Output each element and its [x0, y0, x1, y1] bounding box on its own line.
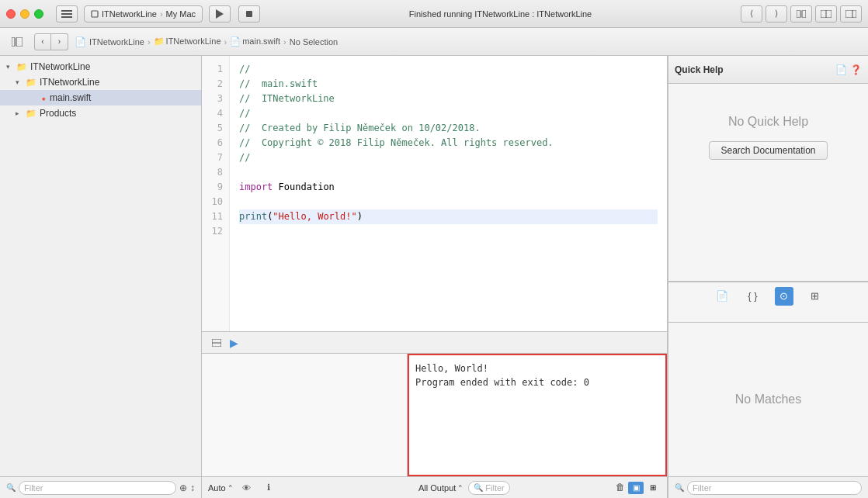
quick-help-header: Quick Help 📄 ❓: [668, 56, 868, 84]
stop-button[interactable]: [238, 5, 260, 22]
quick-help-panel: Quick Help 📄 ❓ No Quick Help Search Docu…: [668, 56, 868, 498]
code-line-8: [239, 165, 658, 180]
output-footer-right: All Output ⌃ 🔍 Filter 🗑 ▣ ⊞: [418, 481, 661, 495]
quick-help-tab-icons: 📄 { } ⊙ ⊞: [668, 282, 868, 310]
code-line-11: print("Hello, World!"): [239, 209, 658, 224]
split-pane-btn[interactable]: ⊞: [645, 482, 661, 494]
qh-tab-circle[interactable]: ⊙: [775, 287, 793, 306]
quick-help-footer: 🔍 Filter: [668, 476, 868, 498]
breadcrumb-selection[interactable]: No Selection: [290, 37, 338, 47]
sidebar-item-group[interactable]: ▾ 📁 ITNetworkLine: [0, 74, 201, 90]
svg-rect-12: [12, 37, 15, 47]
console-filter-input[interactable]: 🔍 Filter: [468, 481, 509, 495]
output-toolbar: ▶: [202, 332, 667, 354]
svg-rect-0: [61, 10, 72, 12]
sidebar-tree: ▾ 📁 ITNetworkLine ▾ 📁 ITNetworkLine ▸ ⬥ …: [0, 56, 201, 476]
sidebar-toggle-buttons: [56, 5, 78, 22]
breadcrumb-folder[interactable]: 📁ITNetworkLine: [154, 36, 221, 47]
debug-arrow: ▶: [230, 337, 238, 349]
filter-placeholder: Filter: [693, 483, 711, 493]
no-matches-text: No Matches: [735, 393, 801, 406]
single-pane-btn[interactable]: ▣: [628, 482, 644, 494]
run-button[interactable]: [209, 5, 231, 22]
sidebar-item-products[interactable]: ▸ 📁 Products: [0, 105, 201, 121]
all-output-label: All Output ⌃: [418, 483, 464, 493]
qh-tab-grid[interactable]: ⊞: [806, 287, 825, 306]
breadcrumb-sep-3: ›: [283, 37, 286, 47]
navigator-btn[interactable]: [6, 33, 28, 50]
sidebar-filter-input[interactable]: Filter: [19, 481, 176, 495]
no-quick-help-text: No Quick Help: [728, 115, 808, 129]
all-output-text: All Output: [418, 483, 456, 493]
scheme-name: ITNetworkLine: [102, 9, 157, 19]
code-editor[interactable]: 123456789101112 // // main.swift // ITNe…: [202, 56, 667, 331]
output-left-panel: [202, 354, 408, 476]
title-bar-right-controls: ⟨ ⟩: [741, 5, 862, 22]
output-footer-left: Auto ⌃ 👁 ℹ: [208, 481, 414, 495]
expand-btn[interactable]: [208, 336, 225, 350]
svg-rect-2: [61, 16, 72, 18]
svg-rect-7: [802, 10, 806, 18]
back-btn[interactable]: ‹: [34, 33, 51, 50]
nav-forward-btn[interactable]: ⟩: [766, 5, 787, 22]
editor-layout-btn[interactable]: [790, 5, 812, 22]
minimize-button[interactable]: [20, 9, 30, 19]
code-line-6: // Copyright © 2018 Filip Němeček. All r…: [239, 136, 658, 150]
traffic-lights: [6, 9, 43, 19]
breadcrumb-project[interactable]: ITNetworkLine: [89, 37, 144, 47]
code-line-2: // main.swift: [239, 77, 658, 92]
assistant-btn[interactable]: [815, 5, 837, 22]
code-line-4: //: [239, 106, 658, 121]
close-button[interactable]: [6, 9, 16, 19]
info-btn[interactable]: ℹ: [260, 481, 277, 495]
sidebar-toggle-btn[interactable]: [56, 5, 78, 22]
breadcrumb-sep-1: ›: [148, 37, 151, 47]
output-area: ▶ Hello, World!Program ended with exit c…: [202, 331, 667, 498]
destination-name: My Mac: [166, 9, 196, 19]
sidebar: ▾ 📁 ITNetworkLine ▾ 📁 ITNetworkLine ▸ ⬥ …: [0, 56, 202, 498]
sidebar-footer: 🔍 Filter ⊕ ↕: [0, 476, 201, 498]
svg-rect-5: [246, 11, 252, 17]
qh-tab-file[interactable]: 📄: [713, 287, 731, 306]
sidebar-item-root[interactable]: ▾ 📁 ITNetworkLine: [0, 59, 201, 74]
folder-icon: 📁: [16, 62, 27, 72]
arrow-icon: ▾: [6, 63, 14, 71]
title-bar: ITNetworkLine › My Mac Finished running …: [0, 0, 868, 28]
sidebar-footer-icons: ⊕ ↕: [179, 482, 195, 493]
maximize-button[interactable]: [34, 9, 43, 19]
sort-icon[interactable]: ↕: [190, 482, 195, 493]
quick-help-question-icon[interactable]: ❓: [850, 64, 862, 75]
quick-help-doc-icon[interactable]: 📄: [835, 64, 847, 75]
sidebar-item-label: ITNetworkLine: [40, 77, 99, 88]
nav-buttons: ‹ ›: [34, 33, 68, 50]
breadcrumb-file[interactable]: 📄main.swift: [230, 36, 280, 47]
eye-btn[interactable]: 👁: [238, 481, 255, 495]
output-right-panel: Hello, World!Program ended with exit cod…: [408, 354, 667, 476]
scheme-sep: ›: [160, 9, 163, 19]
svg-marker-4: [216, 9, 224, 19]
output-split: Hello, World!Program ended with exit cod…: [202, 354, 667, 476]
breadcrumb: ITNetworkLine › 📁ITNetworkLine › 📄main.s…: [89, 36, 862, 47]
code-line-5: // Created by Filip Němeček on 10/02/201…: [239, 121, 658, 136]
sidebar-item-label: Products: [40, 108, 76, 119]
code-content[interactable]: // // main.swift // ITNetworkLine // // …: [230, 56, 667, 331]
search-documentation-button[interactable]: Search Documentation: [709, 141, 827, 160]
quick-help-body: No Quick Help Search Documentation: [668, 84, 868, 268]
clear-btn[interactable]: 🗑: [616, 482, 625, 494]
output-footer: Auto ⌃ 👁 ℹ All Output ⌃ 🔍 Filter: [202, 476, 667, 498]
code-line-3: // ITNetworkLine: [239, 92, 658, 106]
group-icon: 📁: [26, 78, 36, 88]
code-line-9: import Foundation: [239, 180, 658, 195]
filter-placeholder: Filter: [24, 483, 43, 493]
forward-btn[interactable]: ›: [51, 33, 68, 50]
sidebar-item-main-swift[interactable]: ▸ ⬥ main.swift: [0, 90, 201, 105]
split-view-icons: ▣ ⊞: [628, 482, 661, 494]
nav-back-btn[interactable]: ⟨: [741, 5, 762, 22]
swift-file-icon: ⬥: [41, 93, 47, 102]
main-layout: ▾ 📁 ITNetworkLine ▾ 📁 ITNetworkLine ▸ ⬥ …: [0, 56, 868, 498]
version-editor-btn[interactable]: [840, 5, 862, 22]
add-icon[interactable]: ⊕: [179, 482, 187, 493]
scheme-selector[interactable]: ITNetworkLine › My Mac: [84, 5, 203, 22]
qh-tab-braces[interactable]: { }: [744, 287, 762, 306]
quick-help-filter-input[interactable]: Filter: [687, 481, 862, 495]
